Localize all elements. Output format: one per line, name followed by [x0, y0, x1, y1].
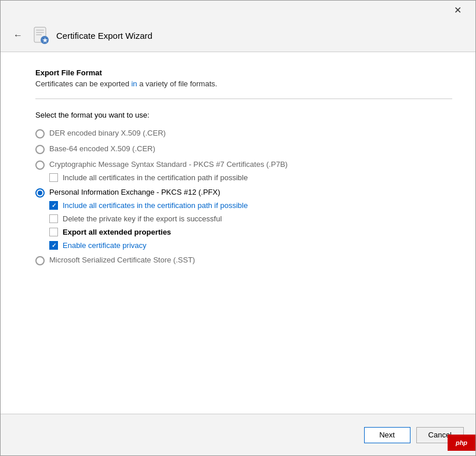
pfx-suboptions: Include all certificates in the certific… [49, 201, 452, 250]
radio-pfx[interactable] [35, 188, 45, 198]
radio-item-pfx[interactable]: Personal Information Exchange - PKCS #12… [35, 188, 452, 198]
radio-label-pkcs7: Cryptographic Message Syntax Standard - … [49, 160, 288, 169]
wizard-header: ← ★ Certificate Export Wizard [1, 19, 475, 52]
pkcs7-suboptions: Include all certificates in the certific… [49, 173, 452, 182]
radio-item-base64[interactable]: Base-64 encoded X.509 (.CER) [35, 144, 452, 154]
svg-rect-3 [36, 34, 42, 35]
svg-rect-2 [36, 32, 44, 33]
radio-item-sst[interactable]: Microsoft Serialized Certificate Store (… [35, 256, 452, 265]
section-title: Export File Format [35, 68, 452, 77]
checkbox-item-enable-privacy[interactable]: Enable certificate privacy [49, 241, 452, 250]
radio-sst[interactable] [35, 256, 45, 265]
checkbox-item-pkcs7-include[interactable]: Include all certificates in the certific… [49, 173, 452, 182]
section-desc: Certificates can be exported in a variet… [35, 79, 452, 88]
wizard-window: ✕ ← ★ Certificate Export Wizard Export F… [0, 0, 476, 456]
title-bar: ✕ [1, 1, 475, 19]
pkcs7-group: Cryptographic Message Syntax Standard - … [35, 160, 452, 182]
checkbox-label-pkcs7-include: Include all certificates in the certific… [63, 173, 248, 182]
checkbox-label-enable-privacy: Enable certificate privacy [63, 241, 147, 250]
footer-area: Next Cancel [1, 414, 475, 455]
pfx-group: Personal Information Exchange - PKCS #12… [35, 188, 452, 250]
radio-base64[interactable] [35, 145, 45, 154]
wizard-icon: ★ [32, 26, 50, 45]
radio-item-pkcs7[interactable]: Cryptographic Message Syntax Standard - … [35, 160, 452, 170]
checkbox-delete-key[interactable] [49, 214, 58, 223]
radio-label-base64: Base-64 encoded X.509 (.CER) [49, 144, 155, 153]
svg-text:★: ★ [42, 37, 48, 43]
back-button[interactable]: ← [10, 27, 26, 43]
checkbox-item-export-props[interactable]: Export all extended properties [49, 228, 452, 236]
close-button[interactable]: ✕ [444, 1, 471, 19]
checkbox-label-export-props: Export all extended properties [63, 228, 171, 236]
format-radio-group: DER encoded binary X.509 (.CER) Base-64 … [35, 129, 452, 265]
checkbox-include-certs[interactable] [49, 201, 58, 210]
checkbox-item-include-certs[interactable]: Include all certificates in the certific… [49, 201, 452, 210]
checkbox-label-delete-key: Delete the private key if the export is … [63, 214, 222, 223]
format-question: Select the format you want to use: [35, 111, 452, 119]
checkbox-export-props[interactable] [49, 228, 58, 236]
radio-label-der: DER encoded binary X.509 (.CER) [49, 129, 166, 137]
radio-der[interactable] [35, 129, 45, 138]
wizard-title: Certificate Export Wizard [56, 31, 152, 41]
radio-label-sst: Microsoft Serialized Certificate Store (… [49, 256, 195, 264]
content-divider [35, 99, 452, 99]
radio-pkcs7[interactable] [35, 160, 45, 170]
next-button[interactable]: Next [364, 427, 410, 443]
php-badge: php [448, 435, 475, 451]
content-area: Export File Format Certificates can be e… [1, 52, 475, 414]
checkbox-enable-privacy[interactable] [49, 241, 58, 250]
checkbox-label-include-certs: Include all certificates in the certific… [63, 201, 248, 210]
radio-label-pfx: Personal Information Exchange - PKCS #12… [49, 188, 220, 196]
checkbox-pkcs7-include[interactable] [49, 173, 58, 182]
radio-item-der[interactable]: DER encoded binary X.509 (.CER) [35, 129, 452, 138]
svg-rect-1 [36, 30, 44, 31]
checkbox-item-delete-key[interactable]: Delete the private key if the export is … [49, 214, 452, 223]
